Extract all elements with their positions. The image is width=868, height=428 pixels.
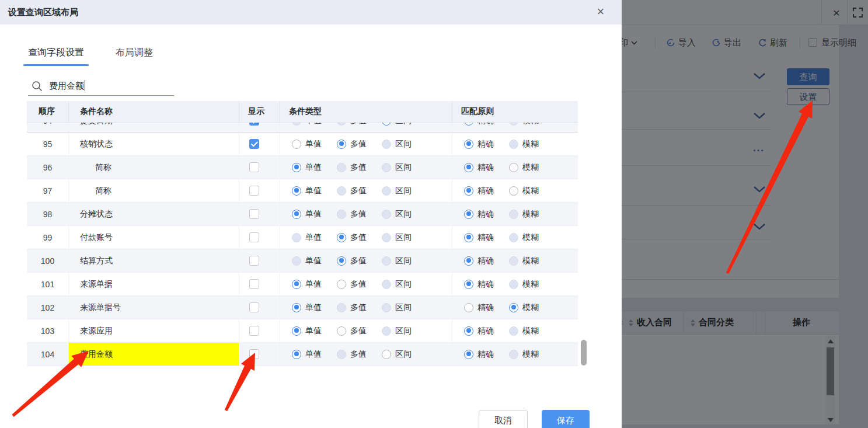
radio-selected-icon[interactable]: [464, 140, 473, 149]
radio-disabled-icon[interactable]: [382, 163, 391, 172]
radio-option[interactable]: 区间: [382, 186, 412, 196]
row-display-checkbox[interactable]: [249, 349, 259, 359]
radio-option[interactable]: 单值: [292, 186, 322, 196]
radio-option[interactable]: 区间: [382, 162, 412, 173]
row-display-checkbox[interactable]: [249, 302, 259, 312]
radio-selected-icon[interactable]: [464, 186, 473, 196]
radio-option[interactable]: 模糊: [509, 162, 539, 173]
row-display-checkbox[interactable]: [249, 209, 259, 219]
radio-option[interactable]: 区间: [382, 279, 412, 290]
tab-query-field-settings[interactable]: 查询字段设置: [23, 47, 89, 66]
cancel-button[interactable]: 取消: [479, 410, 528, 428]
row-display-checkbox[interactable]: [249, 162, 259, 172]
radio-disabled-icon[interactable]: [509, 140, 518, 149]
save-button[interactable]: 保存: [542, 410, 590, 428]
radio-option[interactable]: 单值: [292, 209, 322, 220]
radio-disabled-icon[interactable]: [382, 326, 391, 336]
radio-unselected-icon[interactable]: [292, 140, 301, 149]
radio-option[interactable]: 多值: [337, 209, 367, 220]
radio-option[interactable]: 多值: [337, 162, 367, 173]
radio-selected-icon[interactable]: [509, 303, 518, 312]
radio-disabled-icon[interactable]: [382, 280, 391, 289]
radio-option[interactable]: 多值: [337, 123, 367, 126]
row-display-checkbox[interactable]: [249, 186, 259, 196]
radio-option[interactable]: 多值: [337, 139, 367, 149]
radio-unselected-icon[interactable]: [382, 350, 391, 359]
radio-disabled-icon[interactable]: [509, 210, 518, 219]
radio-option[interactable]: 单值: [292, 349, 322, 360]
row-display-checkbox[interactable]: [249, 279, 259, 289]
radio-option[interactable]: 区间: [382, 349, 412, 360]
radio-option[interactable]: 模糊: [509, 123, 539, 126]
radio-option[interactable]: 多值: [337, 186, 367, 196]
radio-option[interactable]: 精确: [464, 162, 494, 173]
radio-selected-icon[interactable]: [337, 256, 346, 266]
dialog-scrollbar-thumb[interactable]: [581, 340, 587, 366]
radio-unselected-icon[interactable]: [464, 303, 473, 312]
radio-disabled-icon[interactable]: [509, 350, 518, 359]
radio-selected-icon[interactable]: [464, 210, 473, 219]
radio-disabled-icon[interactable]: [509, 280, 518, 289]
radio-option[interactable]: 模糊: [509, 326, 539, 336]
radio-selected-icon[interactable]: [292, 350, 301, 359]
radio-option[interactable]: 模糊: [509, 186, 539, 196]
radio-option[interactable]: 精确: [464, 326, 494, 336]
radio-selected-icon[interactable]: [292, 186, 301, 196]
radio-option[interactable]: 区间: [382, 256, 412, 266]
row-display-checkbox[interactable]: [249, 232, 259, 242]
radio-disabled-icon[interactable]: [337, 303, 346, 312]
row-display-checkbox[interactable]: [249, 326, 259, 336]
radio-option[interactable]: 模糊: [509, 256, 539, 266]
radio-disabled-icon[interactable]: [337, 163, 346, 172]
radio-option[interactable]: 多值: [337, 349, 367, 360]
radio-option[interactable]: 区间: [382, 139, 412, 149]
radio-selected-icon[interactable]: [337, 233, 346, 242]
radio-selected-icon[interactable]: [464, 256, 473, 266]
radio-option[interactable]: 单值: [292, 256, 322, 266]
radio-unselected-icon[interactable]: [337, 326, 346, 336]
radio-disabled-icon[interactable]: [509, 326, 518, 336]
radio-selected-icon[interactable]: [337, 140, 346, 149]
radio-disabled-icon[interactable]: [382, 186, 391, 196]
radio-selected-icon[interactable]: [464, 326, 473, 336]
radio-unselected-icon[interactable]: [509, 163, 518, 172]
radio-disabled-icon[interactable]: [292, 256, 301, 266]
search-input[interactable]: 费用金额: [28, 78, 174, 96]
radio-option[interactable]: 精确: [464, 209, 494, 220]
radio-option[interactable]: 多值: [337, 326, 367, 336]
radio-disabled-icon[interactable]: [292, 123, 301, 126]
radio-selected-icon[interactable]: [382, 123, 391, 126]
radio-disabled-icon[interactable]: [337, 123, 346, 126]
radio-selected-icon[interactable]: [464, 233, 473, 242]
radio-selected-icon[interactable]: [464, 350, 473, 359]
radio-disabled-icon[interactable]: [292, 233, 301, 242]
radio-selected-icon[interactable]: [464, 280, 473, 289]
radio-option[interactable]: 精确: [464, 186, 494, 196]
radio-selected-icon[interactable]: [464, 163, 473, 172]
row-display-checkbox[interactable]: [249, 139, 259, 149]
radio-selected-icon[interactable]: [292, 210, 301, 219]
radio-disabled-icon[interactable]: [337, 186, 346, 196]
radio-selected-icon[interactable]: [292, 280, 301, 289]
radio-option[interactable]: 精确: [464, 123, 494, 126]
radio-option[interactable]: 单值: [292, 123, 322, 126]
radio-disabled-icon[interactable]: [382, 210, 391, 219]
radio-selected-icon[interactable]: [464, 123, 473, 126]
radio-option[interactable]: 区间: [382, 302, 412, 313]
radio-option[interactable]: 单值: [292, 326, 322, 336]
radio-option[interactable]: 区间: [382, 209, 412, 220]
radio-option[interactable]: 模糊: [509, 232, 539, 243]
radio-option[interactable]: 区间: [382, 326, 412, 336]
radio-unselected-icon[interactable]: [337, 280, 346, 289]
dialog-close-button[interactable]: ×: [592, 3, 609, 20]
radio-option[interactable]: 单值: [292, 302, 322, 313]
radio-disabled-icon[interactable]: [509, 123, 518, 126]
radio-option[interactable]: 区间: [382, 123, 412, 126]
radio-disabled-icon[interactable]: [382, 140, 391, 149]
radio-option[interactable]: 模糊: [509, 139, 539, 149]
radio-disabled-icon[interactable]: [382, 256, 391, 266]
radio-option[interactable]: 精确: [464, 349, 494, 360]
row-display-checkbox[interactable]: [249, 256, 259, 266]
radio-selected-icon[interactable]: [292, 163, 301, 172]
radio-disabled-icon[interactable]: [509, 233, 518, 242]
